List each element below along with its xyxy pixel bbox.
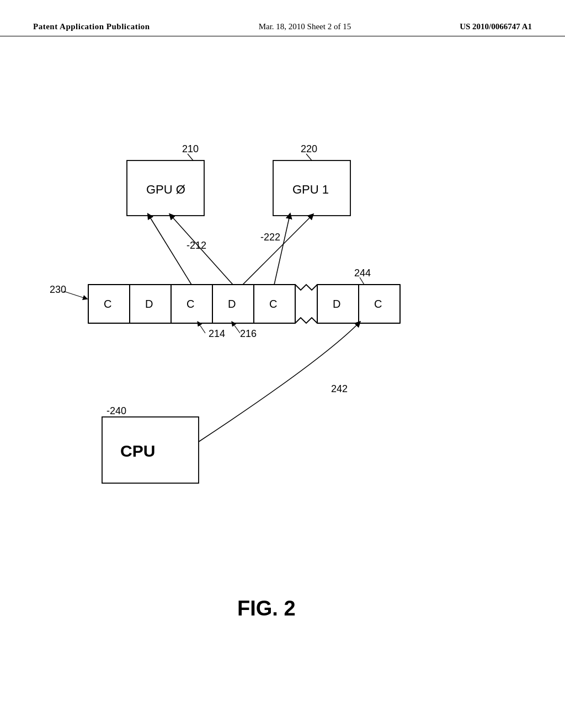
svg-line-1 [306,154,312,160]
publication-label: Patent Application Publication [33,22,150,31]
arrow-to-gpu1-right [243,216,312,285]
fig-label: FIG. 2 [237,597,296,620]
ref-212: -212 [186,240,206,251]
patent-number: US 2010/0066747 A1 [460,22,532,31]
page-header: Patent Application Publication Mar. 18, … [0,0,565,36]
arrow-to-gpu1-left [274,216,290,285]
zigzag-top [295,285,317,290]
cell-C3-label: C [269,298,277,310]
cell-C2-label: C [186,298,194,310]
gpu1-label: GPU 1 [292,183,329,196]
diagram-area: 210 GPU Ø 220 GPU 1 230 C D C D C [0,36,565,698]
ref-230: 230 [50,284,66,295]
ref-216: 216 [240,328,257,339]
svg-line-5 [233,323,240,333]
cell-D1-label: D [145,298,153,310]
ref-214: 214 [209,328,225,339]
cpu-label: CPU [120,442,155,460]
ref-222: -222 [260,232,280,243]
ref-240-inline: -240 [106,405,126,416]
gpu0-label: GPU Ø [146,183,185,196]
cell-D3-label: D [333,298,340,310]
cell-C1-label: C [104,298,111,310]
ref-244: 244 [354,267,371,279]
arrow-to-gpu0-left [149,216,191,285]
cell-D2-label: D [228,298,236,310]
arrow-to-gpu0-right [171,216,233,285]
svg-line-0 [188,154,193,160]
svg-line-4 [199,323,205,333]
sheet-info: Mar. 18, 2010 Sheet 2 of 15 [259,22,351,31]
svg-line-2 [63,291,86,298]
ref-220: 220 [301,143,317,154]
cpu-to-bar-arrow [199,323,359,442]
ref-242: 242 [331,383,348,394]
diagram-svg: 210 GPU Ø 220 GPU 1 230 C D C D C [0,36,565,698]
cell-C4-label: C [374,298,382,310]
zigzag-bottom [295,318,317,323]
ref-210: 210 [182,143,199,154]
